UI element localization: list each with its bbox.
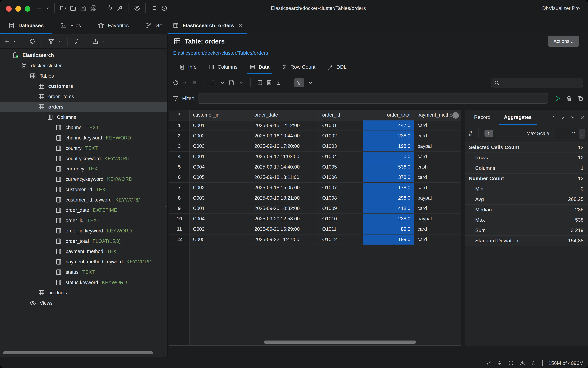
cell-payment-method[interactable]: card	[414, 203, 461, 213]
sidebar-resize-handle[interactable]: ⋮	[166, 204, 168, 209]
cell-payment-method[interactable]: card	[414, 152, 461, 162]
cell-order-date[interactable]: 2025-09-20 10:32:00	[251, 203, 319, 213]
cell-payment-method[interactable]: card	[414, 120, 461, 130]
row-number-cell[interactable]: 6	[169, 172, 190, 182]
cell-customer-id[interactable]: C002	[190, 131, 251, 141]
cell-order-date[interactable]: 2025-09-18 15:05:00	[251, 183, 319, 193]
cell-order-total-selected[interactable]: 0.0	[363, 152, 414, 162]
column-header-order-date[interactable]: order_date	[251, 110, 319, 120]
trash-icon[interactable]	[531, 360, 536, 366]
close-panel-icon[interactable]	[580, 115, 585, 120]
max-scale-input[interactable]	[554, 129, 578, 138]
cell-order-id[interactable]: O1006	[319, 172, 363, 182]
right-panel-tab-aggregates[interactable]: Aggregates	[497, 110, 539, 125]
plus-icon[interactable]	[36, 5, 42, 11]
tree-item-status[interactable]: status TEXT	[0, 267, 167, 277]
doc-grid-icon[interactable]	[229, 80, 235, 86]
chevron-down-icon[interactable]	[238, 80, 244, 86]
tree-item-customer-id-keyword[interactable]: customer_id.keyword KEYWORD	[0, 195, 167, 205]
tree-item-customers[interactable]: customers	[0, 81, 167, 92]
cell-customer-id[interactable]: C005	[190, 172, 251, 182]
tree-item-channel-keyword[interactable]: channel.keyword KEYWORD	[0, 133, 167, 143]
cell-order-date[interactable]: 2025-09-18 13:11:00	[251, 172, 319, 182]
copy-filter-button[interactable]	[577, 95, 584, 102]
tree-item-order-id[interactable]: order_id TEXT	[0, 215, 167, 226]
tree-item-currency-keyword[interactable]: currency.keyword KEYWORD	[0, 174, 167, 184]
cell-payment-method[interactable]: cash	[414, 162, 461, 172]
tree-item-status-keyword[interactable]: status.keyword KEYWORD	[0, 277, 167, 288]
collapse-arrows-icon[interactable]	[486, 360, 492, 366]
search-box[interactable]	[491, 78, 583, 88]
object-view-tab-columns[interactable]: Columns	[202, 60, 243, 74]
column-header-order-id[interactable]: order_id	[319, 110, 363, 120]
tree-item-order-id-keyword[interactable]: order_id.keyword KEYWORD	[0, 226, 167, 236]
row-number-cell[interactable]: 9	[169, 203, 190, 213]
row-number-cell[interactable]: 3	[169, 141, 190, 151]
settings-gear-icon[interactable]	[134, 5, 140, 12]
object-view-tab-row-count[interactable]: Row Count	[275, 60, 321, 74]
right-panel-tab-record[interactable]: Record	[467, 110, 497, 125]
breadcrumb[interactable]: Elasticsearch/docker-cluster/Tables/orde…	[173, 50, 268, 56]
row-number-cell[interactable]: 4	[169, 152, 190, 162]
apply-filter-button[interactable]	[554, 95, 561, 102]
cell-payment-method[interactable]: card	[414, 234, 461, 245]
tree-item-elasticsearch[interactable]: Elasticsearch	[0, 50, 167, 60]
sigma-toggle-icon[interactable]: Σ	[484, 129, 493, 138]
row-number-cell[interactable]: 5	[169, 162, 190, 172]
refresh-icon[interactable]	[173, 80, 179, 86]
cell-customer-id[interactable]: C002	[190, 224, 251, 234]
close-tab-icon[interactable]: ×	[239, 22, 242, 29]
chevron-down-icon[interactable]	[45, 6, 49, 10]
row-number-cell[interactable]: 11	[169, 224, 190, 234]
cell-order-id[interactable]: O1012	[319, 234, 363, 245]
tree-item-views[interactable]: Views	[0, 298, 167, 308]
rows-icon[interactable]	[266, 80, 272, 86]
row-number-cell[interactable]: 10	[169, 214, 190, 224]
tree-item-columns[interactable]: Columns	[0, 112, 167, 122]
column-header-customer-id[interactable]: customer_id	[190, 110, 251, 120]
cell-payment-method[interactable]: paypal	[414, 193, 461, 203]
number-format-icon[interactable]: #	[469, 130, 472, 137]
cell-payment-method[interactable]: card	[414, 172, 461, 182]
tree-item-payment-method-keyword[interactable]: payment_method.keyword KEYWORD	[0, 257, 167, 267]
cell-payment-method[interactable]: paypal	[414, 141, 461, 151]
cell-customer-id[interactable]: C003	[190, 141, 251, 151]
cell-order-total-selected[interactable]: 238.0	[363, 131, 414, 141]
tree-item-products[interactable]: products	[0, 288, 167, 298]
cell-order-total-selected[interactable]: 538.0	[363, 162, 414, 172]
tree-item-channel[interactable]: channel TEXT	[0, 122, 167, 133]
folder-new-icon[interactable]	[70, 5, 77, 12]
warning-icon[interactable]	[520, 360, 525, 366]
lightning-icon[interactable]	[497, 360, 503, 366]
tree-item-tables[interactable]: Tables	[0, 71, 167, 81]
grid-horizontal-scrollbar[interactable]	[264, 340, 416, 343]
cell-order-total-selected[interactable]: 418.0	[363, 203, 414, 213]
cell-order-id[interactable]: O1001	[319, 120, 363, 130]
cell-order-id[interactable]: O1002	[319, 131, 363, 141]
prev-record-icon[interactable]	[551, 115, 556, 120]
aggregate-label[interactable]: Max	[475, 217, 485, 223]
plug-disconnect-icon[interactable]	[117, 5, 124, 12]
filter-icon[interactable]	[48, 38, 54, 45]
chevron-down-icon[interactable]	[13, 39, 17, 43]
cell-order-date[interactable]: 2025-09-21 16:29:00	[251, 224, 319, 234]
column-header-rownum[interactable]: *	[169, 110, 190, 120]
refresh-icon[interactable]	[29, 38, 36, 45]
chevron-down-icon[interactable]	[307, 80, 314, 86]
max-scale-stepper[interactable]	[579, 129, 585, 139]
cell-order-date[interactable]: 2025-09-16 17:20:00	[251, 141, 319, 151]
row-number-cell[interactable]: 2	[169, 131, 190, 141]
object-view-tab-data[interactable]: Data	[243, 60, 275, 74]
cell-order-id[interactable]: O1009	[319, 203, 363, 213]
cell-order-id[interactable]: O1008	[319, 193, 363, 203]
cell-customer-id[interactable]: C001	[190, 152, 251, 162]
cell-customer-id[interactable]: C001	[190, 203, 251, 213]
memory-indicator[interactable]: 156M of 4096M	[548, 360, 583, 366]
cell-order-id[interactable]: O1004	[319, 152, 363, 162]
folder-open-icon[interactable]	[60, 5, 66, 12]
column-header-order-total[interactable]: order_total	[363, 110, 414, 120]
object-view-tab-info[interactable]: Info	[173, 60, 202, 74]
cell-order-total-selected[interactable]: 298.0	[363, 193, 414, 203]
tree-item-order-date[interactable]: order_date DATETIME	[0, 205, 167, 215]
cell-order-total-selected[interactable]: 198.0	[363, 141, 414, 151]
